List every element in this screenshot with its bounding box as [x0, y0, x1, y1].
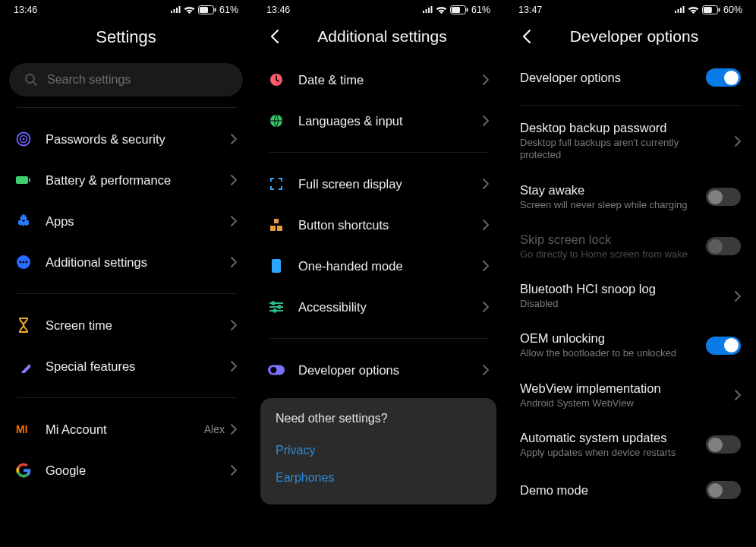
item-label: Full screen display	[298, 177, 469, 191]
switch[interactable]	[706, 188, 741, 206]
svg-rect-17	[21, 364, 30, 373]
item-button-shortcuts[interactable]: Button shortcuts	[253, 204, 504, 245]
back-button[interactable]	[518, 28, 535, 45]
item-label: Battery & performance	[46, 173, 217, 188]
switch[interactable]	[706, 481, 741, 499]
clock-icon	[268, 71, 285, 88]
item-passwords-security[interactable]: Passwords & security	[0, 119, 252, 160]
divider	[17, 397, 237, 398]
item-screen-time[interactable]: Screen time	[0, 305, 252, 346]
header: Settings	[0, 17, 252, 61]
item-oem-unlocking[interactable]: OEM unlocking Allow the bootloader to be…	[505, 321, 756, 370]
back-button[interactable]	[266, 28, 283, 45]
item-demo-mode[interactable]: Demo mode	[505, 470, 756, 511]
item-date-time[interactable]: Date & time	[253, 59, 504, 100]
battery-icon	[450, 5, 468, 14]
divider	[521, 105, 741, 106]
chevron-right-icon	[231, 175, 237, 185]
chevron-right-icon	[231, 361, 237, 372]
battery-performance-icon	[15, 172, 32, 188]
item-auto-updates[interactable]: Automatic system updates Apply updates w…	[505, 420, 756, 470]
additional-settings-panel: 13:46 61% Additional settings Date & tim…	[252, 0, 504, 547]
signal-icon	[170, 6, 181, 14]
item-trail: Alex	[204, 423, 237, 435]
page-title: Settings	[14, 27, 238, 47]
google-icon	[15, 462, 32, 479]
switch[interactable]	[706, 68, 741, 87]
item-desktop-backup[interactable]: Desktop backup password Desktop full bac…	[505, 110, 756, 172]
status-time: 13:46	[14, 5, 37, 15]
link-privacy[interactable]: Privacy	[276, 436, 481, 462]
battery-icon	[702, 5, 720, 14]
item-label: WebView implementation	[520, 381, 721, 396]
chevron-right-icon	[231, 465, 237, 476]
svg-rect-24	[274, 219, 279, 223]
signal-icon	[674, 6, 685, 14]
item-one-handed[interactable]: One-handed mode	[253, 245, 504, 286]
divider	[17, 293, 237, 294]
battery-percent: 60%	[723, 5, 742, 15]
developer-options-panel: 13:47 60% Developer options Developer op…	[504, 0, 756, 547]
wand-icon	[15, 358, 32, 375]
battery-icon	[198, 5, 216, 14]
item-sub: Allow the bootloader to be unlocked	[520, 347, 692, 359]
svg-line-4	[33, 82, 36, 85]
switch[interactable]	[706, 337, 741, 355]
item-bt-hci[interactable]: Bluetooth HCI snoop log Disabled	[505, 271, 756, 321]
switch[interactable]	[706, 435, 741, 454]
sliders-icon	[268, 299, 285, 315]
wifi-icon	[688, 6, 699, 14]
item-additional-settings[interactable]: Additional settings	[0, 242, 252, 283]
card-title: Need other settings?	[276, 412, 481, 425]
item-accessibility[interactable]: Accessibility	[253, 286, 504, 327]
need-other-settings-card: Need other settings? Privacy Earphones	[260, 398, 496, 504]
svg-point-32	[270, 367, 276, 373]
svg-point-16	[26, 261, 28, 264]
svg-rect-27	[272, 259, 281, 273]
item-developer-options[interactable]: Developer options	[253, 349, 504, 390]
status-bar: 13:47 60%	[505, 0, 756, 17]
page-title: Developer options	[543, 27, 726, 46]
item-languages-input[interactable]: Languages & input	[253, 100, 504, 141]
item-sub: Apply updates when device restarts	[520, 447, 692, 459]
chevron-right-icon	[231, 257, 237, 267]
link-earphones[interactable]: Earphones	[276, 462, 481, 489]
chevron-right-icon	[735, 136, 741, 147]
item-sub: Go directly to Home screen from wake	[520, 248, 692, 261]
item-special-features[interactable]: Special features	[0, 346, 252, 387]
item-apps[interactable]: Apps	[0, 201, 252, 242]
item-stay-awake[interactable]: Stay awake Screen will never sleep while…	[505, 172, 756, 222]
item-battery[interactable]: Battery & performance	[0, 160, 252, 201]
svg-rect-35	[718, 8, 720, 12]
item-webview[interactable]: WebView implementation Android System We…	[505, 371, 756, 420]
phone-icon	[268, 258, 285, 274]
item-label: Developer options	[298, 363, 469, 378]
more-icon	[15, 254, 32, 270]
chevron-right-icon	[483, 365, 489, 375]
status-bar: 13:46 61%	[0, 0, 252, 17]
fullscreen-icon	[268, 175, 285, 192]
chevron-right-icon	[483, 74, 489, 85]
toggle-developer-options[interactable]: Developer options	[505, 59, 756, 100]
item-mi-account[interactable]: MI Mi Account Alex	[0, 409, 252, 450]
item-skip-screen-lock: Skip screen lock Go directly to Home scr…	[505, 222, 756, 271]
item-label: One-handed mode	[298, 259, 469, 274]
apps-icon	[15, 213, 32, 229]
header: Additional settings	[253, 17, 504, 59]
chevron-right-icon	[231, 424, 237, 435]
item-label: Stay awake	[520, 183, 692, 198]
svg-point-14	[20, 261, 22, 264]
status-bar: 13:46 61%	[253, 0, 504, 17]
item-full-screen[interactable]: Full screen display	[253, 163, 504, 204]
item-sub: Disabled	[520, 298, 721, 310]
wifi-icon	[184, 6, 195, 14]
item-label: Date & time	[298, 73, 469, 87]
chevron-right-icon	[231, 134, 237, 144]
item-label: Mi Account	[46, 422, 191, 437]
signal-icon	[422, 6, 433, 14]
search-input[interactable]: Search settings	[9, 63, 243, 96]
item-google[interactable]: Google	[0, 450, 252, 491]
chevron-right-icon	[483, 115, 489, 126]
item-label: Passwords & security	[46, 132, 217, 147]
divider	[17, 107, 237, 108]
